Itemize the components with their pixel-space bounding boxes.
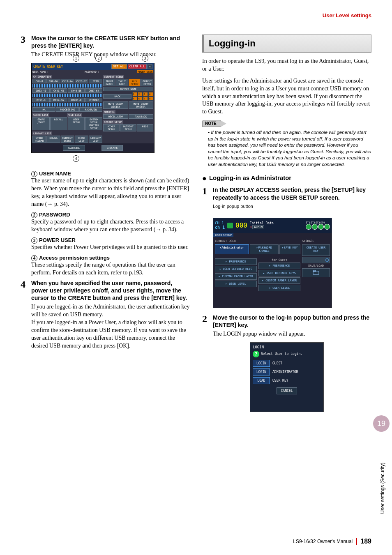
save-load-label: SAVE/LOAD	[302, 264, 330, 267]
ch-tab[interactable]: CH33-40	[32, 88, 50, 93]
save-key-button[interactable]: ▸SAVE KEY	[279, 244, 300, 254]
folder-icon	[313, 270, 319, 275]
guest-custom-fader-layer-button[interactable]: ▸ CUSTOM FADER LAYER	[258, 277, 300, 284]
patch-button[interactable]: BUS SETUP	[129, 79, 141, 86]
guest-user-level-button[interactable]: ▸ USER LEVEL	[258, 285, 300, 291]
login-admin-label: ADMINISTRATOR	[272, 370, 298, 374]
storage-label: STORAGE	[302, 240, 330, 243]
close-icon[interactable]: ×	[148, 64, 152, 69]
knob-icon[interactable]	[306, 224, 311, 230]
custom-fader-layer-button[interactable]: ▸ CUSTOM FADER LAYER	[215, 273, 257, 280]
guest-preference-button[interactable]: ▸ PREFERENCE	[258, 263, 300, 269]
rack-slot[interactable]: 2	[138, 92, 143, 96]
patch-button[interactable]: INPUT PATCH	[103, 79, 115, 86]
create-user-key-figure: 1 2 3 4 CREATE USER KEY SET ALL CLEAR AL…	[31, 63, 154, 153]
def1-num: 1	[31, 171, 37, 177]
r-step2-title: Move the cursor to the log-in popup butt…	[213, 314, 371, 329]
mix-tab[interactable]: MIX9-16	[50, 98, 67, 102]
knob-icon[interactable]	[318, 224, 324, 230]
user-level-button[interactable]: ▸ USER LEVEL	[215, 281, 257, 287]
st-label: ST4	[321, 221, 325, 224]
current-scene-button[interactable]: CURRENT SCENE	[61, 136, 74, 143]
st-label: ST3	[316, 221, 320, 224]
mix-tab[interactable]: ST/MONO	[85, 98, 102, 102]
ch-tab[interactable]: CH9-16	[46, 79, 60, 83]
user-setup-tab[interactable]: USER SETUP	[213, 233, 233, 237]
mixer-setup-button[interactable]: MIXER SETUP	[103, 124, 120, 131]
mute-assign-button[interactable]: MUTE GROUP ASSIGN	[103, 101, 128, 109]
mix-tab[interactable]: MIX1-8	[32, 98, 50, 102]
step3-number: 3	[21, 35, 28, 44]
oscillator-button[interactable]: OSCILLATOR	[103, 114, 128, 119]
rack-slot[interactable]: 1	[132, 92, 137, 96]
rack-slot[interactable]: 4	[148, 92, 153, 96]
system-setup-button[interactable]: SYSTEM SETUP MONITOR SETUP	[85, 117, 102, 130]
def2-num: 2	[31, 212, 37, 218]
ch-tab[interactable]: CH49-56	[68, 88, 85, 93]
talkback-button[interactable]: TALKBACK	[129, 114, 153, 119]
rack-slot[interactable]: 7	[143, 97, 148, 101]
ch-tab[interactable]: STIN	[89, 79, 102, 83]
login-cancel-button[interactable]: CANCEL	[277, 387, 297, 394]
password-change-button[interactable]: ▸PASSWORD CHANGE	[250, 244, 279, 254]
def3-num: 3	[31, 237, 37, 244]
login-guest-button[interactable]: LOGIN	[253, 360, 270, 367]
clear-all-button[interactable]: CLEAR ALL	[128, 64, 147, 69]
ch-tab[interactable]: CH1-8	[32, 79, 46, 83]
preference-button[interactable]: ▸ PREFERENCE	[215, 258, 257, 265]
bullet-icon: ●	[202, 174, 207, 182]
ch-tab[interactable]: CH41-48	[50, 88, 67, 93]
guest-user-defined-keys-button[interactable]: ▸ USER DEFINED KEYS	[258, 270, 300, 276]
outport-setup-button[interactable]: OUTPORT SETUP	[120, 124, 136, 131]
r-step2-number: 2	[202, 314, 210, 324]
ch-tab[interactable]: CH57-64	[85, 88, 102, 93]
patch-button[interactable]: OUTPUT PATCH	[141, 79, 153, 86]
recall-button[interactable]: RECALL	[50, 117, 67, 130]
create-button[interactable]: CREATE	[101, 145, 123, 151]
indicator-icon	[227, 223, 233, 228]
store-sort-button[interactable]: STORE /SORT	[32, 117, 50, 130]
login-popup-screenshot: LOGIN ? Select User to Login. LOGIN GUES…	[250, 342, 324, 412]
ch-number: CH 1	[215, 221, 225, 225]
rack-slot[interactable]: 8	[148, 97, 153, 101]
note-body: • If the power is turned off and then on…	[208, 129, 371, 168]
for-guest-label: for Guest	[258, 258, 300, 262]
file-load-label: FILE LOAD	[67, 113, 82, 117]
scene-list-button[interactable]: SCENE LIST	[75, 136, 88, 143]
load-user-key-button[interactable]: LOAD	[253, 377, 270, 384]
user-defined-keys-button[interactable]: ▸ USER DEFINED KEYS	[215, 266, 257, 272]
rack-slot[interactable]: 6	[138, 97, 143, 101]
rack-slot[interactable]: 3	[143, 92, 148, 96]
user-setup-button[interactable]: USER SETUP	[68, 117, 85, 130]
ha-tab[interactable]: HA	[32, 107, 55, 112]
rack-slot[interactable]: 5	[132, 97, 137, 101]
ch-tab[interactable]: CH25-32	[75, 79, 88, 83]
cancel-button[interactable]: CANCEL	[63, 145, 85, 151]
library-list-button[interactable]: LIBRARY LIST	[89, 136, 102, 143]
ch-tab[interactable]: CH17-24	[61, 79, 74, 83]
patch-button[interactable]: INPUT NAME	[116, 79, 128, 86]
mix-tab[interactable]: MTRX1-8	[68, 98, 85, 102]
callout-line	[223, 210, 223, 215]
fader-on-tab[interactable]: FADER/ON	[79, 107, 102, 112]
mute-master-button[interactable]: MUTE GROUP MASTER	[129, 101, 153, 109]
store-clear-button[interactable]: STORE /CLEAR	[32, 136, 46, 143]
patch-button[interactable]: OUTPUT NAME	[103, 87, 153, 91]
r-step1-number: 1	[202, 186, 210, 196]
processing-tab[interactable]: PROCESSING	[56, 107, 79, 112]
knob-icon[interactable]	[324, 224, 330, 230]
header-rule	[21, 22, 371, 22]
recall-button[interactable]: RECALL	[46, 136, 60, 143]
create-user-key-button[interactable]: CREATE USER KEY	[302, 244, 330, 256]
administrator-login-button[interactable]: ▸Administrator	[215, 244, 249, 254]
login-guest-label: GUEST	[272, 362, 282, 365]
para1: In order to operate the LS9, you must lo…	[202, 58, 371, 73]
power-user-toggle[interactable]: POWER USER	[137, 70, 153, 73]
midi-button[interactable]: MIDI	[137, 124, 153, 131]
note-label: NOTE	[202, 120, 221, 127]
knob-icon[interactable]	[312, 224, 318, 230]
save-load-button[interactable]	[302, 268, 330, 277]
r-step2-body: The LOGIN popup window will appear.	[213, 330, 371, 338]
set-all-button[interactable]: SET ALL	[111, 64, 127, 69]
login-admin-button[interactable]: LOGIN	[253, 368, 270, 375]
